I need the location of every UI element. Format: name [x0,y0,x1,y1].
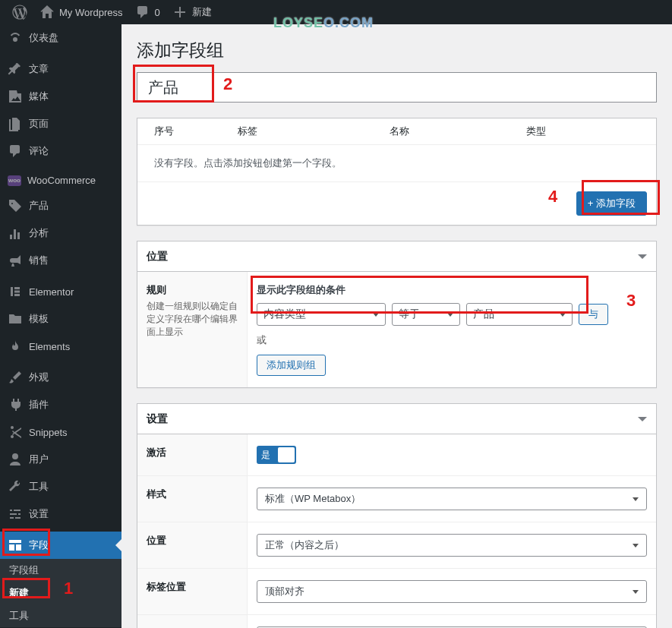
media-icon [8,89,23,104]
comments-link[interactable]: 0 [129,0,166,24]
site-home-link[interactable]: My Wordpress [33,0,129,24]
rule-row: 内容类型 等于 产品 与 [257,303,647,326]
add-rule-group-button[interactable]: 添加规则组 [257,355,326,376]
group-title-input[interactable] [137,72,657,103]
settings-header[interactable]: 设置 [137,404,656,434]
menu-dashboard[interactable]: 仪表盘 [0,24,121,52]
scissors-icon [8,424,23,440]
woocommerce-icon: woo [8,175,21,186]
active-toggle[interactable]: 是 [257,446,296,464]
chevron-down-icon [633,590,639,594]
col-type: 类型 [526,125,647,138]
user-icon [8,452,23,467]
rule-operator-select[interactable]: 等于 [392,303,460,326]
product-icon [8,198,23,213]
pin-icon [8,62,23,77]
menu-marketing[interactable]: 销售 [0,247,121,274]
menu-woocommerce[interactable]: wooWooCommerce [0,169,121,192]
menu-posts[interactable]: 文章 [0,55,121,83]
folder-icon [8,311,23,327]
acf-submenu: 字段组 新建 工具 [0,559,121,627]
menu-analytics[interactable]: 分析 [0,219,121,247]
rules-heading: 显示此字段组的条件 [257,283,647,297]
home-icon [39,5,55,20]
menu-settings[interactable]: 设置 [0,500,121,528]
menu-acf-fields[interactable]: 字段 [0,532,121,559]
wordpress-icon [12,5,27,20]
position-select[interactable]: 正常（内容之后） [257,534,647,557]
rules-desc: 创建一组规则以确定自定义字段在哪个编辑界面上显示 [147,300,238,338]
fields-postbox: 序号 标签 名称 类型 没有字段。点击添加按钮创建第一个字段。 + 添加字段 [137,118,657,226]
settings-title: 设置 [147,412,168,426]
wp-logo[interactable] [6,0,33,24]
menu-products[interactable]: 产品 [0,192,121,219]
menu-elements[interactable]: Elements [0,333,121,360]
location-title: 位置 [147,250,168,264]
menu-tools[interactable]: 工具 [0,473,121,500]
setting-position-label: 位置 [147,534,238,548]
new-content-link[interactable]: 新建 [166,0,218,24]
rule-param-select[interactable]: 内容类型 [257,303,386,326]
chevron-down-icon [373,313,379,317]
col-name: 名称 [390,125,526,138]
menu-users[interactable]: 用户 [0,446,121,473]
settings-postbox: 设置 激活 是 样式 标准（WP Metabox） 位置 正常（内容之后） [137,403,657,628]
chevron-down-icon [633,497,639,501]
menu-elementor[interactable]: Elementor [0,278,121,305]
main-content: 添加字段组 序号 标签 名称 类型 没有字段。点击添加按钮创建第一个字段。 + … [121,24,672,628]
menu-comments[interactable]: 评论 [0,137,121,165]
page-title: 添加字段组 [137,32,657,65]
col-label: 标签 [238,125,390,138]
submenu-add-new[interactable]: 新建 [0,582,121,604]
wrench-icon [8,479,23,494]
plug-icon [8,397,23,412]
comments-icon [8,144,23,159]
brush-icon [8,370,23,385]
menu-snippets[interactable]: Snippets [0,418,121,446]
menu-pages[interactable]: 页面 [0,110,121,137]
location-header[interactable]: 位置 [137,241,656,272]
setting-active-label: 激活 [147,446,238,459]
elementor-icon [8,284,23,299]
rule-or-label: 或 [257,333,647,347]
label-placement-select[interactable]: 顶部对齐 [257,580,647,603]
toggle-icon [638,254,647,259]
admin-sidebar: 仪表盘 文章 媒体 页面 评论 wooWooCommerce 产品 分析 销售 … [0,24,121,628]
plus-icon [172,5,188,20]
rule-value-select[interactable]: 产品 [466,303,573,326]
setting-labelpos-label: 标签位置 [147,580,238,594]
toggle-icon [638,417,647,421]
menu-plugins[interactable]: 插件 [0,391,121,418]
dashboard-icon [8,30,23,46]
flame-icon [8,339,23,354]
megaphone-icon [8,253,23,268]
pages-icon [8,116,23,131]
chevron-down-icon [633,544,639,548]
site-name: My Wordpress [59,7,123,18]
location-postbox: 位置 规则 创建一组规则以确定自定义字段在哪个编辑界面上显示 显示此字段组的条件… [137,241,657,388]
rules-label: 规则 [147,283,238,297]
new-label: 新建 [192,5,212,19]
menu-templates[interactable]: 模板 [0,305,121,333]
toggle-knob [278,447,295,462]
chevron-down-icon [447,313,453,317]
rule-and-button[interactable]: 与 [579,304,608,325]
no-fields-message: 没有字段。点击添加按钮创建第一个字段。 [137,145,656,181]
admin-bar: My Wordpress 0 新建 [0,0,672,24]
menu-appearance[interactable]: 外观 [0,364,121,391]
sliders-icon [8,507,23,522]
submenu-tools[interactable]: 工具 [0,604,121,627]
setting-style-label: 样式 [147,488,238,501]
menu-media[interactable]: 媒体 [0,83,121,110]
col-order: 序号 [147,125,238,138]
fields-table-header: 序号 标签 名称 类型 [137,118,656,145]
comments-count: 0 [155,7,160,18]
analytics-icon [8,226,23,241]
layout-icon [8,538,23,553]
comment-icon [135,5,150,20]
chevron-down-icon [560,313,566,317]
style-select[interactable]: 标准（WP Metabox） [257,488,647,510]
add-field-button[interactable]: + 添加字段 [576,191,647,216]
submenu-field-groups[interactable]: 字段组 [0,559,121,582]
